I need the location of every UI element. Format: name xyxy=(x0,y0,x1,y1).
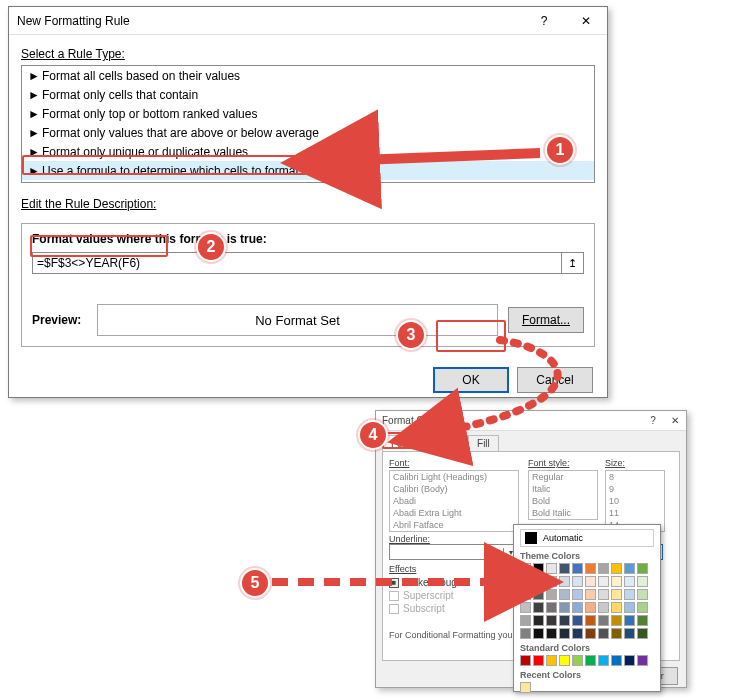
size-list[interactable]: 8 9 10 11 14 xyxy=(605,470,665,532)
color-swatch[interactable] xyxy=(520,628,531,639)
color-swatch[interactable] xyxy=(533,615,544,626)
color-swatch[interactable] xyxy=(637,615,648,626)
color-swatch[interactable] xyxy=(559,563,570,574)
help-button[interactable]: ? xyxy=(642,415,664,426)
tab-border[interactable]: Border xyxy=(420,435,468,451)
color-swatch[interactable] xyxy=(624,602,635,613)
color-swatch[interactable] xyxy=(559,602,570,613)
close-button[interactable]: ✕ xyxy=(664,415,686,426)
color-swatch[interactable] xyxy=(611,589,622,600)
list-item[interactable]: 8 xyxy=(606,471,664,483)
subscript-checkbox[interactable]: Subscript xyxy=(389,603,509,614)
color-swatch[interactable] xyxy=(572,563,583,574)
color-swatch[interactable] xyxy=(611,655,622,666)
close-button[interactable]: ✕ xyxy=(565,7,607,35)
color-swatch[interactable] xyxy=(546,615,557,626)
list-item[interactable]: 11 xyxy=(606,507,664,519)
list-item[interactable]: Calibri (Body) xyxy=(390,483,518,495)
color-swatch[interactable] xyxy=(585,628,596,639)
color-swatch[interactable] xyxy=(559,655,570,666)
color-swatch[interactable] xyxy=(572,602,583,613)
color-swatch[interactable] xyxy=(585,563,596,574)
color-swatch[interactable] xyxy=(572,628,583,639)
list-item[interactable]: 10 xyxy=(606,495,664,507)
color-swatch[interactable] xyxy=(611,602,622,613)
rule-type-item[interactable]: ►Format only cells that contain xyxy=(22,85,594,104)
color-swatch[interactable] xyxy=(585,576,596,587)
color-swatch[interactable] xyxy=(546,576,557,587)
color-swatch[interactable] xyxy=(585,589,596,600)
color-swatch[interactable] xyxy=(598,563,609,574)
color-swatch[interactable] xyxy=(598,602,609,613)
help-button[interactable]: ? xyxy=(523,7,565,35)
tab-fill[interactable]: Fill xyxy=(468,435,499,451)
cancel-button[interactable]: Cancel xyxy=(517,367,593,393)
color-swatch[interactable] xyxy=(572,615,583,626)
color-swatch[interactable] xyxy=(559,576,570,587)
underline-dropdown[interactable]: ▾ xyxy=(389,544,519,560)
color-swatch[interactable] xyxy=(637,602,648,613)
color-swatch[interactable] xyxy=(624,576,635,587)
color-swatch[interactable] xyxy=(624,655,635,666)
color-swatch[interactable] xyxy=(637,589,648,600)
list-item[interactable]: Calibri Light (Headings) xyxy=(390,471,518,483)
color-swatch[interactable] xyxy=(637,563,648,574)
color-swatch[interactable] xyxy=(598,615,609,626)
color-swatch[interactable] xyxy=(559,615,570,626)
list-item[interactable]: Regular xyxy=(529,471,597,483)
color-swatch[interactable] xyxy=(572,576,583,587)
color-swatch[interactable] xyxy=(520,589,531,600)
list-item[interactable]: Abadi Extra Light xyxy=(390,507,518,519)
color-swatch[interactable] xyxy=(520,602,531,613)
font-list[interactable]: Calibri Light (Headings) Calibri (Body) … xyxy=(389,470,519,532)
color-swatch[interactable] xyxy=(546,563,557,574)
list-item[interactable]: 9 xyxy=(606,483,664,495)
superscript-checkbox[interactable]: Superscript xyxy=(389,590,509,601)
color-swatch[interactable] xyxy=(598,655,609,666)
color-swatch[interactable] xyxy=(520,682,531,693)
color-swatch[interactable] xyxy=(611,615,622,626)
color-swatch[interactable] xyxy=(598,576,609,587)
color-swatch[interactable] xyxy=(533,576,544,587)
rule-type-item[interactable]: ►Format only top or bottom ranked values xyxy=(22,104,594,123)
color-swatch[interactable] xyxy=(598,628,609,639)
color-swatch[interactable] xyxy=(637,576,648,587)
color-swatch[interactable] xyxy=(546,602,557,613)
color-swatch[interactable] xyxy=(533,563,544,574)
color-swatch[interactable] xyxy=(598,589,609,600)
color-swatch[interactable] xyxy=(533,602,544,613)
color-swatch[interactable] xyxy=(624,589,635,600)
color-swatch[interactable] xyxy=(533,628,544,639)
format-button[interactable]: Format... xyxy=(508,307,584,333)
color-swatch[interactable] xyxy=(520,655,531,666)
list-item[interactable]: Bold xyxy=(529,495,597,507)
color-swatch[interactable] xyxy=(637,628,648,639)
color-swatch[interactable] xyxy=(611,628,622,639)
color-swatch[interactable] xyxy=(637,655,648,666)
list-item[interactable]: Italic xyxy=(529,483,597,495)
color-swatch[interactable] xyxy=(546,589,557,600)
color-swatch[interactable] xyxy=(572,589,583,600)
ok-button[interactable]: OK xyxy=(433,367,509,393)
color-swatch[interactable] xyxy=(585,655,596,666)
color-swatch[interactable] xyxy=(624,563,635,574)
list-item[interactable]: Bold Italic xyxy=(529,507,597,519)
color-swatch[interactable] xyxy=(546,628,557,639)
list-item[interactable]: Abadi xyxy=(390,495,518,507)
color-swatch[interactable] xyxy=(585,615,596,626)
color-automatic-row[interactable]: Automatic xyxy=(520,529,654,547)
color-swatch[interactable] xyxy=(611,576,622,587)
color-swatch[interactable] xyxy=(559,589,570,600)
color-swatch[interactable] xyxy=(533,589,544,600)
color-swatch[interactable] xyxy=(546,655,557,666)
strikethrough-checkbox[interactable]: ■ Strikethrough xyxy=(389,577,509,588)
color-swatch[interactable] xyxy=(611,563,622,574)
color-swatch[interactable] xyxy=(585,602,596,613)
font-style-list[interactable]: Regular Italic Bold Bold Italic xyxy=(528,470,598,520)
collapse-ref-button[interactable]: ↥ xyxy=(561,253,583,273)
rule-type-item[interactable]: ►Format only values that are above or be… xyxy=(22,123,594,142)
color-swatch[interactable] xyxy=(520,615,531,626)
color-swatch[interactable] xyxy=(624,628,635,639)
color-swatch[interactable] xyxy=(559,628,570,639)
color-swatch[interactable] xyxy=(624,615,635,626)
